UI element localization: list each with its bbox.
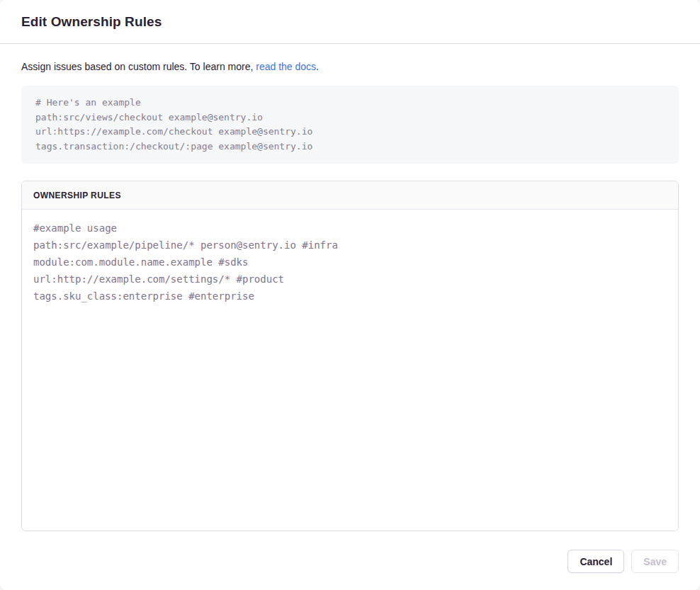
cancel-button[interactable]: Cancel (568, 550, 624, 573)
description-text: Assign issues based on custom rules. To … (21, 61, 679, 73)
ownership-rules-panel: OWNERSHIP RULES #example usage path:src/… (21, 181, 679, 531)
read-the-docs-link[interactable]: read the docs (256, 61, 316, 72)
page-title: Edit Ownership Rules (21, 14, 162, 30)
modal-header: Edit Ownership Rules (0, 0, 700, 44)
modal-body: Assign issues based on custom rules. To … (0, 44, 700, 531)
description-before-link: Assign issues based on custom rules. To … (21, 61, 256, 72)
description-after-link: . (316, 61, 319, 72)
modal-footer: Cancel Save (0, 531, 700, 590)
save-button[interactable]: Save (631, 550, 679, 573)
ownership-rules-panel-header: OWNERSHIP RULES (22, 181, 678, 210)
example-code-block: # Here's an example path:src/views/check… (21, 86, 679, 164)
edit-ownership-rules-modal: Edit Ownership Rules Assign issues based… (0, 0, 700, 590)
ownership-rules-textarea[interactable]: #example usage path:src/example/pipeline… (22, 210, 678, 531)
